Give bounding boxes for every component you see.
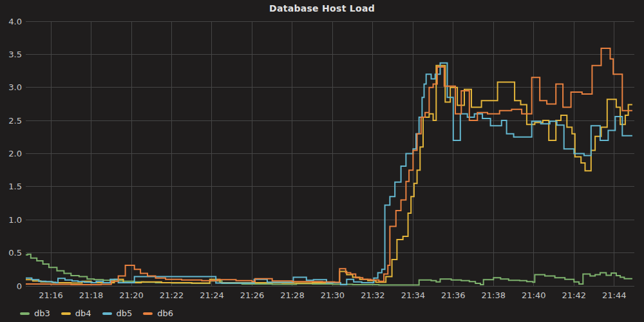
y-tick-label: 1.5 <box>8 182 22 191</box>
legend-item-db3[interactable]: db3 <box>20 308 50 318</box>
x-tick-label: 21:34 <box>401 290 425 300</box>
series-line-db4 <box>26 66 632 283</box>
x-tick-label: 21:38 <box>482 290 506 300</box>
series-line-db6 <box>26 48 632 285</box>
y-tick-label: 2.0 <box>8 149 22 158</box>
legend-label: db3 <box>34 308 50 318</box>
series-line-db5 <box>26 63 632 285</box>
series-line-db3 <box>26 254 632 285</box>
y-tick-label: 0.5 <box>8 248 22 258</box>
legend-label: db5 <box>117 308 133 318</box>
x-tick-label: 21:22 <box>160 290 184 300</box>
y-tick-label: 0 <box>17 281 22 291</box>
legend-swatch-icon <box>143 312 153 315</box>
y-tick-label: 2.5 <box>8 116 22 126</box>
legend-item-db5[interactable]: db5 <box>102 308 133 318</box>
x-tick-label: 21:26 <box>240 290 264 300</box>
legend-swatch-icon <box>102 312 112 315</box>
x-tick-label: 21:32 <box>361 290 384 300</box>
x-tick-label: 21:30 <box>321 290 345 300</box>
chart-legend: db3 db4 db5 db6 <box>20 308 173 318</box>
legend-swatch-icon <box>61 312 71 315</box>
x-tick-label: 21:24 <box>200 290 223 300</box>
legend-item-db4[interactable]: db4 <box>61 308 91 318</box>
y-tick-label: 1.0 <box>8 215 22 225</box>
y-tick-label: 3.5 <box>8 50 22 59</box>
x-tick-label: 21:42 <box>562 290 586 300</box>
legend-label: db4 <box>75 308 91 318</box>
x-tick-label: 21:40 <box>522 290 545 300</box>
y-tick-label: 4.0 <box>8 17 22 26</box>
chart-canvas[interactable]: 4.03.53.02.52.01.51.00.5021:1621:1821:20… <box>0 0 644 303</box>
chart-panel: Database Host Load 4.03.53.02.52.01.51.0… <box>0 0 644 322</box>
x-tick-label: 21:16 <box>39 290 62 300</box>
x-tick-label: 21:18 <box>79 290 103 300</box>
x-tick-label: 21:44 <box>602 290 626 300</box>
x-tick-label: 21:36 <box>441 290 465 300</box>
x-tick-label: 21:28 <box>280 290 304 300</box>
x-tick-label: 21:20 <box>119 290 143 300</box>
legend-item-db6[interactable]: db6 <box>143 308 173 318</box>
y-tick-label: 3.0 <box>8 82 22 92</box>
legend-swatch-icon <box>20 312 30 315</box>
legend-label: db6 <box>157 308 173 318</box>
